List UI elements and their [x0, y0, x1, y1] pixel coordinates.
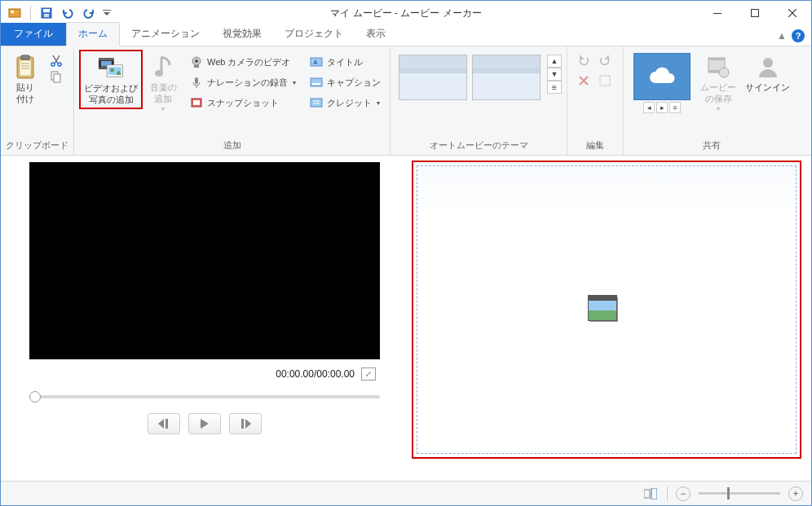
thumbnail-size-icon[interactable] — [642, 486, 659, 502]
fullscreen-icon[interactable]: ⤢ — [361, 367, 376, 381]
webcam-video-button[interactable]: Web カメラのビデオ — [185, 53, 300, 71]
tab-project[interactable]: プロジェクト — [273, 23, 355, 46]
add-credit-button[interactable]: クレジット ▾ — [305, 94, 385, 112]
add-credit-label: クレジット — [327, 97, 372, 109]
ribbon: 貼り 付け クリップボード ビデオおよび 写真の追加 音楽の 追加 — [1, 46, 811, 156]
save-icon[interactable] — [38, 4, 55, 22]
svg-point-14 — [51, 63, 55, 66]
seek-thumb[interactable] — [29, 391, 41, 403]
seek-bar[interactable] — [29, 395, 380, 398]
zoom-out-button[interactable]: − — [676, 486, 691, 501]
svg-rect-42 — [708, 58, 725, 60]
theme-scroll-up-icon[interactable]: ▲ — [547, 55, 562, 68]
ribbon-collapse-icon[interactable]: ▲ — [777, 30, 787, 42]
svg-rect-46 — [165, 419, 168, 429]
svg-rect-7 — [752, 10, 759, 17]
svg-rect-3 — [43, 9, 50, 12]
add-title-button[interactable]: A タイトル — [305, 53, 385, 71]
credit-icon — [309, 95, 324, 110]
theme-thumbnail[interactable] — [472, 55, 541, 100]
play-button[interactable] — [188, 413, 221, 434]
film-photo-icon — [98, 55, 124, 81]
delete-icon[interactable] — [576, 73, 592, 89]
undo-icon[interactable] — [59, 4, 77, 22]
share-gallery-expand-icon[interactable]: ≡ — [669, 102, 681, 113]
svg-rect-1 — [11, 11, 14, 13]
svg-point-27 — [195, 59, 198, 63]
theme-gallery-expand-icon[interactable]: ≡ — [547, 81, 562, 94]
preview-video[interactable] — [29, 162, 380, 359]
cut-icon[interactable] — [48, 53, 64, 68]
snapshot-icon — [189, 95, 204, 110]
tab-animation[interactable]: アニメーション — [120, 23, 211, 46]
group-share-label: 共有 — [629, 138, 794, 155]
theme-scroll-down-icon[interactable]: ▼ — [547, 68, 562, 81]
redo-icon[interactable] — [80, 4, 98, 22]
music-note-icon — [150, 54, 176, 80]
chevron-down-icon: ▾ — [717, 105, 720, 113]
select-all-icon[interactable] — [597, 73, 613, 89]
svg-rect-36 — [312, 83, 320, 85]
svg-point-25 — [155, 70, 163, 77]
svg-point-24 — [110, 68, 114, 73]
previous-frame-button[interactable] — [148, 413, 180, 434]
ribbon-tabs: ファイル ホーム アニメーション 視覚効果 プロジェクト 表示 ▲ ? — [1, 25, 811, 46]
next-frame-button[interactable] — [229, 413, 262, 434]
tab-visual-effects[interactable]: 視覚効果 — [211, 23, 273, 46]
playback-time: 00:00.00/00:00.00 — [276, 368, 355, 380]
group-add: ビデオおよび 写真の追加 音楽の 追加 ▾ Web カメラのビデオ ナレーション… — [74, 46, 391, 155]
svg-rect-40 — [600, 76, 610, 86]
share-scroll-right-icon[interactable]: ▸ — [656, 102, 668, 113]
tab-file[interactable]: ファイル — [1, 23, 66, 46]
film-save-icon — [705, 54, 731, 80]
title-icon: A — [309, 55, 324, 69]
add-videos-photos-button[interactable]: ビデオおよび 写真の追加 — [79, 50, 143, 109]
zoom-slider[interactable] — [699, 492, 780, 495]
minimize-button[interactable] — [699, 1, 736, 25]
theme-thumbnail[interactable] — [399, 55, 467, 100]
help-icon[interactable]: ? — [792, 29, 805, 42]
svg-rect-29 — [195, 77, 198, 84]
rotate-left-icon[interactable] — [576, 53, 592, 69]
paste-button[interactable]: 貼り 付け — [6, 50, 45, 108]
zoom-slider-thumb[interactable] — [727, 487, 730, 499]
share-scroll-left-icon[interactable]: ◂ — [643, 102, 655, 113]
copy-icon[interactable] — [48, 69, 64, 84]
transport-controls — [148, 413, 262, 434]
group-automovie: ▲ ▼ ≡ オートムービーのテーマ — [391, 46, 567, 155]
svg-rect-10 — [21, 55, 29, 59]
add-music-button[interactable]: 音楽の 追加 ▾ — [143, 50, 183, 116]
app-icon[interactable] — [6, 4, 24, 22]
tab-home[interactable]: ホーム — [66, 22, 120, 46]
status-bar: − + — [1, 481, 811, 505]
sign-in-button[interactable]: サインイン — [741, 50, 794, 95]
svg-rect-35 — [311, 78, 322, 86]
quick-access-toolbar — [1, 4, 113, 22]
svg-rect-49 — [651, 488, 657, 499]
tab-view[interactable]: 表示 — [355, 23, 397, 46]
save-movie-button[interactable]: ムービー の保存 ▾ — [695, 50, 741, 116]
snapshot-label: スナップショット — [207, 97, 279, 109]
snapshot-button[interactable]: スナップショット — [185, 94, 300, 112]
add-caption-label: キャプション — [327, 77, 381, 89]
title-bar: マイ ムービー - ムービー メーカー — [1, 1, 811, 25]
rotate-right-icon[interactable] — [597, 53, 613, 69]
add-videos-photos-label: ビデオおよび 写真の追加 — [84, 82, 138, 106]
zoom-in-button[interactable]: + — [788, 486, 803, 501]
microphone-icon — [189, 75, 204, 90]
svg-rect-19 — [99, 59, 114, 60]
record-narration-button[interactable]: ナレーションの録音 ▾ — [185, 73, 300, 91]
group-add-label: 追加 — [79, 138, 385, 155]
chevron-down-icon: ▾ — [293, 79, 296, 86]
paste-label: 貼り 付け — [16, 81, 34, 105]
maximize-button[interactable] — [736, 1, 774, 25]
svg-point-45 — [763, 58, 773, 68]
chevron-down-icon: ▾ — [161, 105, 165, 113]
storyboard-drop-area[interactable] — [412, 161, 801, 459]
preview-pane: 00:00.00/00:00.00 ⤢ — [1, 156, 408, 481]
svg-rect-47 — [241, 419, 244, 429]
add-caption-button[interactable]: キャプション — [305, 73, 385, 91]
qat-customize-icon[interactable] — [101, 4, 113, 22]
share-cloud-button[interactable] — [633, 53, 691, 100]
close-button[interactable] — [774, 1, 811, 25]
